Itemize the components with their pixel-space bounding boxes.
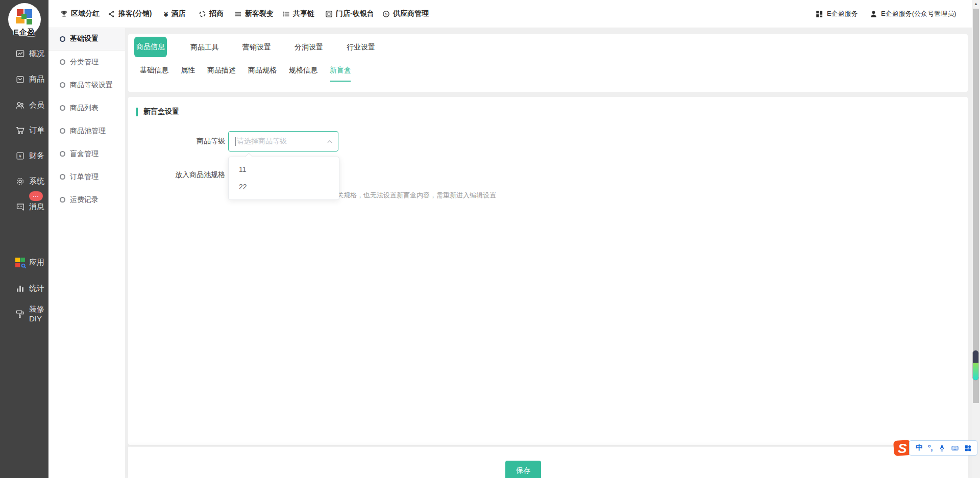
topnav-label: 供应商管理 [393, 9, 429, 18]
account-label: E企盈服务(公众号管理员) [881, 9, 956, 18]
magnifier-icon [21, 263, 26, 268]
topnav-item-hotel[interactable]: ¥ 酒店 [164, 0, 185, 28]
dropdown-list: 11 22 [229, 157, 339, 195]
save-bar: 保存 [128, 446, 968, 478]
topnav-item-supplier[interactable]: S 供应商管理 [382, 0, 429, 28]
share-icon [108, 10, 115, 18]
topnav-label: 招商 [209, 9, 224, 18]
scrollbar-up-arrow[interactable]: ▲ [972, 0, 980, 8]
ime-toolbar: S 中 °, [893, 439, 977, 457]
circle-icon [60, 174, 65, 180]
toolbox-grid-icon[interactable] [964, 444, 972, 452]
tab-goods-info[interactable]: 商品信息 [134, 37, 167, 57]
submenu-item-blindbox[interactable]: 盲盒管理 [48, 142, 125, 165]
dropdown-option[interactable]: 22 [229, 178, 339, 195]
goods-submenu: 基础设置 分类管理 商品等级设置 商品列表 商品池管理 盲盒管理 订单管理 运 [48, 28, 125, 478]
ime-mode-toggle[interactable]: 中 [916, 443, 923, 452]
circle-icon [60, 59, 65, 65]
topnav-item-recruit[interactable]: 招商 [199, 0, 224, 28]
keyboard-icon[interactable] [951, 444, 959, 452]
microphone-icon[interactable] [938, 444, 946, 452]
topnav-item-share-chain[interactable]: 共享链 [282, 0, 314, 28]
sidebar-item-overview[interactable]: 概况 [0, 43, 48, 64]
topnav-item-region-bonus[interactable]: 区域分红 [60, 0, 100, 28]
subtab-spec-info[interactable]: 规格信息 [289, 62, 317, 78]
grid-icon [816, 10, 823, 18]
submenu-label: 商品等级设置 [70, 81, 113, 90]
sidebar-item-label: 会员 [29, 100, 44, 110]
list-icon [282, 10, 290, 18]
topnav-item-store-cashier[interactable]: 门店-收银台 [325, 0, 374, 28]
content-card: 新盲盒设置 商品等级 请选择商品等级 放入商品池规格 关规格，也无法设置新盲盒内… [128, 97, 968, 445]
topnav-label: 酒店 [171, 9, 185, 18]
tab-marketing[interactable]: 营销设置 [242, 37, 271, 57]
sidebar-item-diy[interactable]: 装修DIY [0, 304, 48, 324]
logo-text: E企盈 [5, 28, 44, 37]
member-icon [15, 100, 25, 110]
scroll-progress-widget[interactable] [972, 350, 979, 381]
sidebar-item-goods[interactable]: 商品 [0, 69, 48, 89]
tab-profit-sharing[interactable]: 分润设置 [295, 37, 323, 57]
section-title: 新盲盒设置 [143, 107, 179, 116]
overview-icon [15, 49, 25, 59]
sidebar-item-label: 订单 [29, 125, 44, 135]
stats-icon [15, 284, 25, 293]
page-scrollbar: ▲ [972, 0, 980, 478]
trophy-icon [60, 10, 68, 18]
pool-spec-hint: 关规格，也无法设置新盲盒内容，需重新进入编辑设置 [337, 191, 496, 200]
topbar: 区域分红 推客(分销) ¥ 酒店 招商 新客裂变 共享链 门店-收银台 S 供应… [48, 0, 980, 28]
submenu-item-basic-settings[interactable]: 基础设置 [48, 28, 125, 51]
topnav-label: 区域分红 [71, 9, 100, 18]
ime-punct-toggle[interactable]: °, [928, 444, 933, 452]
submenu-item-goods-level[interactable]: 商品等级设置 [48, 73, 125, 96]
goods-level-select[interactable]: 请选择商品等级 [228, 131, 338, 152]
scrollbar-thumb[interactable] [973, 9, 979, 403]
circle-icon [60, 105, 65, 111]
submenu-item-freight[interactable]: 运费记录 [48, 188, 125, 211]
sidebar-item-apps[interactable]: 应用 [0, 252, 48, 272]
sidebar-item-label: 概况 [29, 49, 44, 59]
tab-industry[interactable]: 行业设置 [347, 37, 375, 57]
subtab-specs[interactable]: 商品规格 [248, 62, 277, 78]
circle-icon [60, 36, 65, 42]
subtab-attributes[interactable]: 属性 [181, 62, 195, 78]
sidebar-item-members[interactable]: 会员 [0, 95, 48, 115]
sidebar-item-stats[interactable]: 统计 [0, 278, 48, 298]
goods-level-dropdown: 11 22 [228, 157, 339, 200]
subtab-new-blindbox[interactable]: 新盲盒 [330, 62, 351, 78]
svg-text:¥: ¥ [18, 154, 21, 159]
topnav-label: 共享链 [293, 9, 314, 18]
app-logo: E企盈 [8, 3, 41, 36]
sidebar-item-system[interactable]: 系统 [0, 171, 48, 191]
submenu-item-goods-pool[interactable]: 商品池管理 [48, 119, 125, 142]
topbar-service-menu[interactable]: E企盈服务 [816, 0, 858, 28]
pool-spec-label: 放入商品池规格 [128, 170, 225, 180]
sidebar-item-label: 装修DIY [29, 305, 48, 323]
topnav-item-fission[interactable]: 新客裂变 [234, 0, 274, 28]
topnav-item-distribution[interactable]: 推客(分销) [108, 0, 152, 28]
tabs-card: 商品信息 商品工具 营销设置 分润设置 行业设置 基础信息 属性 商品描述 商品… [128, 34, 968, 92]
circle-icon [60, 151, 65, 157]
topbar-account-menu[interactable]: E企盈服务(公众号管理员) [870, 0, 956, 28]
submenu-item-category[interactable]: 分类管理 [48, 51, 125, 73]
main-tabs: 商品信息 商品工具 营销设置 分润设置 行业设置 [128, 34, 968, 57]
supplier-icon: S [382, 10, 390, 18]
app-window: 区域分红 推客(分销) ¥ 酒店 招商 新客裂变 共享链 门店-收银台 S 供应… [0, 0, 980, 478]
finance-icon: ¥ [15, 151, 25, 161]
circle-icon [60, 128, 65, 134]
submenu-item-goods-list[interactable]: 商品列表 [48, 96, 125, 119]
subtab-description[interactable]: 商品描述 [207, 62, 236, 78]
save-button[interactable]: 保存 [505, 461, 541, 478]
submenu-label: 分类管理 [70, 58, 99, 67]
recruit-icon [199, 10, 206, 18]
sidebar-item-finance[interactable]: ¥ 财务 [0, 145, 48, 166]
message-badge: … [29, 191, 43, 201]
subtab-basic-info[interactable]: 基础信息 [140, 62, 168, 78]
section-accent-bar [136, 108, 138, 116]
dropdown-option[interactable]: 11 [229, 161, 339, 178]
topnav-label: 推客(分销) [118, 9, 152, 18]
tab-goods-tools[interactable]: 商品工具 [190, 37, 219, 57]
logo-mark-icon [15, 8, 34, 28]
sidebar-item-orders[interactable]: 订单 [0, 120, 48, 140]
submenu-item-order-manage[interactable]: 订单管理 [48, 165, 125, 188]
